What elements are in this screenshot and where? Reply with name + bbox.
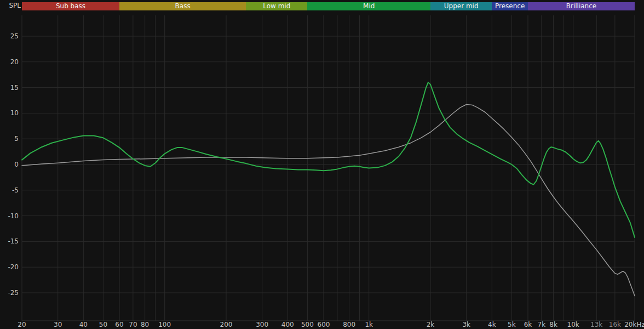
x-tick-label: 100 bbox=[158, 321, 171, 328]
x-tick-label: 5k bbox=[508, 321, 516, 328]
x-tick-label: 30 bbox=[54, 321, 62, 328]
x-tick-label: 400 bbox=[281, 321, 294, 328]
y-tick-label: -10 bbox=[0, 212, 19, 220]
y-tick-label: 20 bbox=[0, 58, 19, 66]
x-tick-label: 70 bbox=[129, 321, 137, 328]
x-tick-label: 300 bbox=[256, 321, 268, 328]
y-tick-label: 5 bbox=[0, 135, 19, 143]
x-tick-label: 3k bbox=[462, 321, 470, 328]
y-tick-label: -25 bbox=[0, 289, 19, 297]
x-tick-label: 13k bbox=[590, 321, 602, 328]
y-tick-label: 25 bbox=[0, 32, 19, 40]
x-tick-label: 20 bbox=[18, 321, 26, 328]
y-tick-label: 15 bbox=[0, 84, 19, 92]
x-tick-label: 1k bbox=[365, 321, 373, 328]
x-tick-label: 16k bbox=[609, 321, 621, 328]
x-tick-label: 2k bbox=[427, 321, 435, 328]
x-tick-label: 800 bbox=[343, 321, 355, 328]
x-tick-label: 20kHz bbox=[624, 321, 644, 328]
x-tick-label: 80 bbox=[141, 321, 149, 328]
y-tick-label: -5 bbox=[0, 186, 19, 194]
x-tick-label: 40 bbox=[79, 321, 88, 328]
x-tick-label: 60 bbox=[115, 321, 123, 328]
x-tick-label: 4k bbox=[488, 321, 496, 328]
y-tick-label: -20 bbox=[0, 263, 19, 271]
y-tick-label: 0 bbox=[0, 161, 19, 168]
x-tick-label: 600 bbox=[318, 321, 330, 328]
plot-area bbox=[0, 0, 644, 329]
x-tick-label: 500 bbox=[301, 321, 314, 328]
x-tick-label: 50 bbox=[99, 321, 107, 328]
y-tick-label: -15 bbox=[0, 237, 19, 245]
y-tick-label: 10 bbox=[0, 109, 19, 117]
x-tick-label: 7k bbox=[538, 321, 546, 328]
x-tick-label: 8k bbox=[549, 321, 557, 328]
frequency-response-chart: SPL Sub bassBassLow midMidUpper midPrese… bbox=[0, 0, 644, 329]
x-tick-label: 6k bbox=[524, 321, 532, 328]
x-tick-label: 10k bbox=[567, 321, 579, 328]
x-tick-label: 200 bbox=[220, 321, 233, 328]
